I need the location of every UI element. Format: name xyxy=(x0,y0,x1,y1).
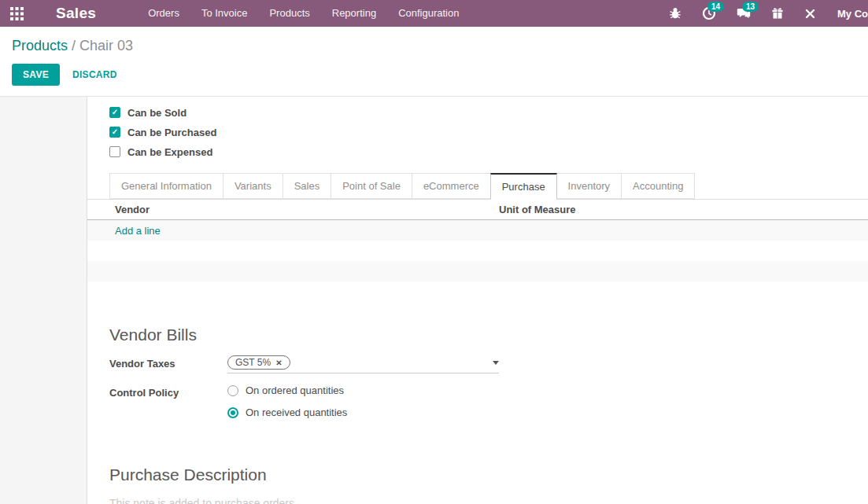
remove-tag-icon[interactable]: ✕ xyxy=(275,359,282,367)
menu-orders[interactable]: Orders xyxy=(137,0,190,27)
vendor-taxes-field-row: Vendor Taxes GST 5% ✕ xyxy=(109,355,868,373)
on-received-quantities-option[interactable]: On received quantities xyxy=(227,407,347,418)
activities-clock-icon[interactable]: 14 xyxy=(692,0,726,27)
tax-tag-label: GST 5% xyxy=(235,357,271,368)
user-company-menu[interactable]: My Co xyxy=(837,8,868,20)
add-a-line-row: Add a line xyxy=(87,220,868,241)
navbar-systray: 14 13 My Co xyxy=(659,0,868,27)
purchase-description-textarea[interactable]: This note is added to purchase orders. xyxy=(109,497,868,504)
debug-bug-icon[interactable] xyxy=(659,0,692,27)
radio-unselected-icon[interactable] xyxy=(227,385,238,396)
column-header-unit-of-measure[interactable]: Unit of Measure xyxy=(499,204,868,215)
can-be-sold-label: Can be Sold xyxy=(127,107,187,119)
can-be-purchased-row: ✓ Can be Purchased xyxy=(109,123,868,142)
empty-table-row xyxy=(87,241,868,261)
tab-inventory[interactable]: Inventory xyxy=(556,173,622,199)
top-navbar: Sales Orders To Invoice Products Reporti… xyxy=(0,0,868,27)
on-ordered-quantities-option[interactable]: On ordered quantities xyxy=(227,384,347,396)
vendor-taxes-label: Vendor Taxes xyxy=(109,355,227,373)
tab-ecommerce[interactable]: eCommerce xyxy=(412,173,491,199)
control-policy-field-row: Control Policy On ordered quantities On … xyxy=(109,384,868,429)
product-flags: ✓ Can be Sold ✓ Can be Purchased Can be … xyxy=(109,103,868,161)
tools-icon[interactable] xyxy=(794,0,826,27)
app-name[interactable]: Sales xyxy=(56,5,96,22)
menu-to-invoice[interactable]: To Invoice xyxy=(190,0,259,27)
can-be-sold-row: ✓ Can be Sold xyxy=(109,103,868,122)
can-be-expensed-checkbox[interactable] xyxy=(109,146,120,157)
dropdown-caret-icon[interactable] xyxy=(493,361,499,365)
tab-variants[interactable]: Variants xyxy=(223,173,283,199)
breadcrumb: Products / Chair 03 xyxy=(12,38,868,54)
purchase-description-section: Purchase Description This note is added … xyxy=(109,465,868,504)
tab-sales[interactable]: Sales xyxy=(283,173,332,199)
vendor-bills-title: Vendor Bills xyxy=(109,326,868,344)
form-sheet: ✓ Can be Sold ✓ Can be Purchased Can be … xyxy=(87,97,868,504)
tab-purchase[interactable]: Purchase xyxy=(490,173,557,200)
form-content: ✓ Can be Sold ✓ Can be Purchased Can be … xyxy=(0,97,868,504)
table-header-row: Vendor Unit of Measure xyxy=(87,200,868,220)
radio-selected-icon[interactable] xyxy=(227,407,238,418)
tab-point-of-sale[interactable]: Point of Sale xyxy=(331,173,412,199)
notebook-tabs: General Information Variants Sales Point… xyxy=(87,173,868,200)
breadcrumb-products-link[interactable]: Products xyxy=(12,38,68,53)
left-gutter xyxy=(0,97,87,504)
tab-accounting[interactable]: Accounting xyxy=(621,173,695,199)
breadcrumb-current: Chair 03 xyxy=(79,38,133,53)
can-be-purchased-label: Can be Purchased xyxy=(127,127,216,138)
on-ordered-quantities-label: On ordered quantities xyxy=(246,384,344,396)
add-a-line-link[interactable]: Add a line xyxy=(87,225,161,237)
apps-menu-button[interactable] xyxy=(0,0,34,27)
column-header-vendor[interactable]: Vendor xyxy=(87,204,499,215)
gift-icon[interactable] xyxy=(761,0,794,27)
empty-table-row xyxy=(87,261,868,281)
menu-products[interactable]: Products xyxy=(258,0,320,27)
menu-configuration[interactable]: Configuration xyxy=(387,0,470,27)
save-button[interactable]: SAVE xyxy=(12,64,60,86)
breadcrumb-separator: / xyxy=(72,38,76,53)
tax-tag: GST 5% ✕ xyxy=(227,355,290,370)
apps-grid-icon xyxy=(10,7,24,20)
control-policy-label: Control Policy xyxy=(109,384,227,429)
control-policy-options: On ordered quantities On received quanti… xyxy=(227,384,347,429)
can-be-sold-checkbox[interactable]: ✓ xyxy=(109,107,120,118)
check-icon: ✓ xyxy=(112,109,118,116)
tab-general-information[interactable]: General Information xyxy=(109,173,223,199)
main-menu: Orders To Invoice Products Reporting Con… xyxy=(137,0,470,27)
messages-chat-icon[interactable]: 13 xyxy=(726,0,761,27)
on-received-quantities-label: On received quantities xyxy=(246,407,347,418)
purchase-description-title: Purchase Description xyxy=(109,465,868,484)
vendor-bills-section: Vendor Bills Vendor Taxes GST 5% ✕ Contr… xyxy=(109,326,868,429)
control-panel: Products / Chair 03 SAVE DISCARD xyxy=(0,27,868,97)
can-be-expensed-label: Can be Expensed xyxy=(127,146,212,158)
discard-button[interactable]: DISCARD xyxy=(72,69,117,80)
messages-badge: 13 xyxy=(742,2,759,12)
menu-reporting[interactable]: Reporting xyxy=(321,0,387,27)
vendor-pricelist-table: Vendor Unit of Measure Add a line xyxy=(87,200,868,281)
check-icon: ✓ xyxy=(112,128,118,136)
vendor-taxes-input[interactable]: GST 5% ✕ xyxy=(227,355,499,373)
can-be-purchased-checkbox[interactable]: ✓ xyxy=(109,127,120,138)
activities-badge: 14 xyxy=(707,2,724,12)
can-be-expensed-row: Can be Expensed xyxy=(109,142,868,161)
